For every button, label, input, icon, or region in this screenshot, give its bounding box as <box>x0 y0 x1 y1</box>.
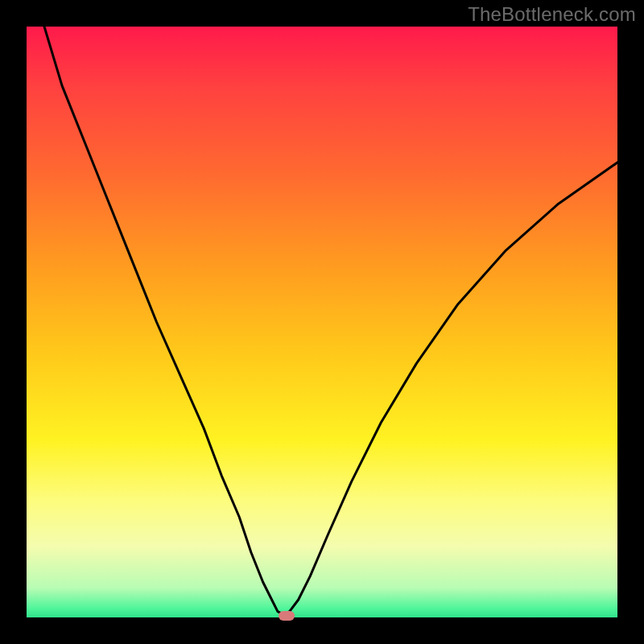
chart-container: TheBottleneck.com <box>0 0 644 644</box>
watermark-text: TheBottleneck.com <box>468 3 636 26</box>
bottleneck-curve <box>27 27 617 617</box>
optimal-marker <box>279 611 295 621</box>
plot-area <box>27 27 617 617</box>
